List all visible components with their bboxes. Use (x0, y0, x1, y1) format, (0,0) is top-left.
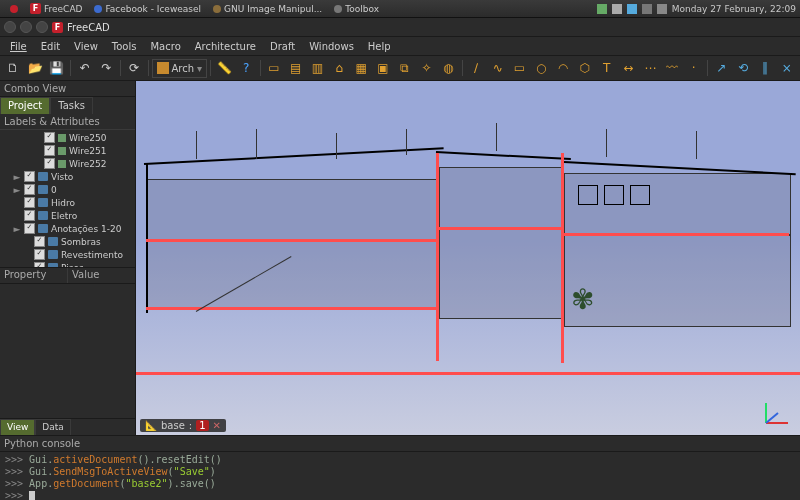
taskbar-debian[interactable] (4, 5, 24, 13)
tool-measure-icon[interactable]: 📏 (214, 57, 235, 79)
arch-site-button[interactable]: ▦ (351, 57, 372, 79)
menu-windows[interactable]: Windows (303, 39, 360, 54)
tool-whatsthis-icon[interactable]: ? (236, 57, 257, 79)
open-file-button[interactable]: 📂 (25, 57, 46, 79)
draft-wire-button[interactable]: ∿ (487, 57, 508, 79)
expand-arrow-icon[interactable]: ► (13, 224, 21, 234)
close-icon[interactable]: ✕ (213, 420, 221, 431)
draft-circle-button[interactable]: ○ (531, 57, 552, 79)
workbench-selector[interactable]: Arch▾ (152, 59, 208, 78)
draft-arc-button[interactable]: ◠ (553, 57, 574, 79)
property-view[interactable] (0, 284, 135, 419)
tree-node[interactable]: ✓Wire251 (0, 144, 135, 157)
draft-offset-button[interactable]: ‖ (755, 57, 776, 79)
menu-macro[interactable]: Macro (144, 39, 186, 54)
tree-node-label: 0 (51, 185, 57, 195)
tab-tasks[interactable]: Tasks (50, 97, 93, 114)
draft-move-button[interactable]: ↗ (711, 57, 732, 79)
tab-view[interactable]: View (0, 419, 35, 435)
refresh-button[interactable]: ⟳ (124, 57, 145, 79)
visibility-checkbox[interactable]: ✓ (44, 132, 55, 143)
app-logo-icon: F (52, 22, 63, 33)
draft-line-button[interactable]: ∕ (466, 57, 487, 79)
model-tree[interactable]: ✓Wire250✓Wire251✓Wire252►✓Visto►✓0✓Hidro… (0, 130, 135, 267)
window-maximize-button[interactable] (36, 21, 48, 33)
visibility-checkbox[interactable]: ✓ (24, 210, 35, 221)
folder-icon (48, 250, 58, 259)
visibility-checkbox[interactable]: ✓ (44, 158, 55, 169)
draft-rotate-button[interactable]: ⟲ (733, 57, 754, 79)
doc-icon: 📐 (145, 420, 157, 431)
arch-wall-button[interactable]: ▭ (264, 57, 285, 79)
new-file-button[interactable]: 🗋 (3, 57, 24, 79)
axis-triad-icon (760, 395, 794, 429)
tree-node[interactable]: ✓Wire252 (0, 157, 135, 170)
window-close-button[interactable] (4, 21, 16, 33)
tab-data[interactable]: Data (35, 419, 71, 435)
draft-rectangle-button[interactable]: ▭ (509, 57, 530, 79)
tab-project[interactable]: Project (0, 97, 50, 114)
tree-node-label: Anotações 1-20 (51, 224, 121, 234)
draft-dimension-button[interactable]: ↔ (618, 57, 639, 79)
tree-node[interactable]: ✓Wire250 (0, 131, 135, 144)
arch-floor-button[interactable]: ▥ (307, 57, 328, 79)
tree-node-label: Wire252 (69, 159, 106, 169)
tree-node[interactable]: ✓Sombras (0, 235, 135, 248)
tree-node[interactable]: ✓Hidro (0, 196, 135, 209)
tray-icon[interactable] (597, 4, 607, 14)
tray-icon[interactable] (642, 4, 652, 14)
save-file-button[interactable]: 💾 (47, 57, 68, 79)
arch-building-button[interactable]: ⌂ (329, 57, 350, 79)
draft-more-button[interactable]: ⋯ (640, 57, 661, 79)
menubar: File Edit View Tools Macro Architecture … (0, 37, 800, 56)
taskbar-app-toolbox[interactable]: Toolbox (328, 4, 385, 14)
taskbar-app-iceweasel[interactable]: Facebook - Iceweasel (88, 4, 207, 14)
menu-file[interactable]: File (4, 39, 33, 54)
redo-button[interactable]: ↷ (96, 57, 117, 79)
visibility-checkbox[interactable]: ✓ (24, 223, 35, 234)
draft-bspline-button[interactable]: 〰 (662, 57, 683, 79)
visibility-checkbox[interactable]: ✓ (34, 236, 45, 247)
menu-architecture[interactable]: Architecture (189, 39, 262, 54)
os-taskbar: FFreeCAD Facebook - Iceweasel GNU Image … (0, 0, 800, 18)
tree-node-label: Eletro (51, 211, 77, 221)
draft-trimex-button[interactable]: ⨯ (776, 57, 797, 79)
expand-arrow-icon[interactable]: ► (13, 185, 21, 195)
tree-node[interactable]: ►✓Visto (0, 170, 135, 183)
tray-icon[interactable] (612, 4, 622, 14)
arch-window-button[interactable]: ▣ (372, 57, 393, 79)
menu-tools[interactable]: Tools (106, 39, 143, 54)
combo-view-panel: Combo View Project Tasks Labels & Attrib… (0, 81, 136, 435)
window-minimize-button[interactable] (20, 21, 32, 33)
tree-node[interactable]: ✓Eletro (0, 209, 135, 222)
arch-roof-button[interactable]: ◍ (438, 57, 459, 79)
tree-node[interactable]: ►✓Anotações 1-20 (0, 222, 135, 235)
visibility-checkbox[interactable]: ✓ (24, 197, 35, 208)
draft-text-button[interactable]: T (596, 57, 617, 79)
python-console[interactable]: >>> Gui.activeDocument().resetEdit()>>> … (0, 452, 800, 500)
3d-viewport[interactable]: ✾ 📐 base : 1 ✕ (136, 81, 800, 435)
visibility-checkbox[interactable]: ✓ (34, 249, 45, 260)
visibility-checkbox[interactable]: ✓ (44, 145, 55, 156)
arch-structure-button[interactable]: ▤ (285, 57, 306, 79)
arch-axis-button[interactable]: ✧ (416, 57, 437, 79)
arch-section-button[interactable]: ⧉ (394, 57, 415, 79)
expand-arrow-icon[interactable]: ► (13, 172, 21, 182)
taskbar-clock[interactable]: Monday 27 February, 22:09 (672, 4, 796, 14)
taskbar-app-freecad[interactable]: FFreeCAD (24, 3, 88, 14)
tray-icon[interactable] (627, 4, 637, 14)
menu-draft[interactable]: Draft (264, 39, 301, 54)
taskbar-app-gimp[interactable]: GNU Image Manipul... (207, 4, 328, 14)
tree-node[interactable]: ►✓0 (0, 183, 135, 196)
tray-speaker-icon[interactable] (657, 4, 667, 14)
menu-edit[interactable]: Edit (35, 39, 66, 54)
menu-view[interactable]: View (68, 39, 104, 54)
visibility-checkbox[interactable]: ✓ (24, 184, 35, 195)
tree-node[interactable]: ✓Revestimento (0, 248, 135, 261)
undo-button[interactable]: ↶ (74, 57, 95, 79)
draft-point-button[interactable]: · (683, 57, 704, 79)
visibility-checkbox[interactable]: ✓ (24, 171, 35, 182)
draft-polygon-button[interactable]: ⬡ (574, 57, 595, 79)
viewport-doc-tab[interactable]: 📐 base : 1 ✕ (140, 419, 226, 432)
menu-help[interactable]: Help (362, 39, 397, 54)
